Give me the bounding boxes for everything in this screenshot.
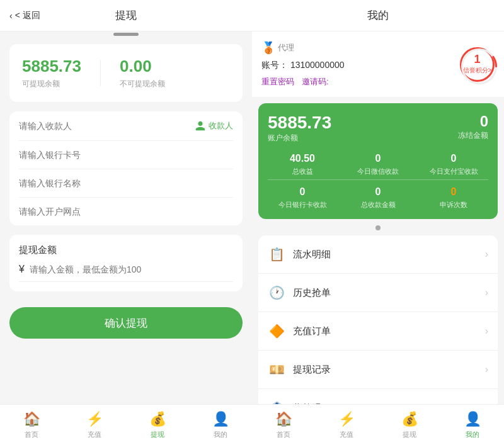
right-panel: 我的 🥉 代理 账号： 13100000000 重置密码 邀请码: xyxy=(252,0,504,445)
balance-card: 5885.73 可提现余额 0.00 不可提现余额 xyxy=(9,44,243,102)
right-nav-withdraw[interactable]: 💰 提现 xyxy=(378,405,441,445)
withdraw-record-arrow-icon: › xyxy=(485,364,488,375)
menu-item-transaction-left: 📋 流水明细 xyxy=(268,245,331,263)
agent-icon: 🥉 xyxy=(261,41,275,55)
menu-item-history[interactable]: 🕐 历史抢单 › xyxy=(258,274,498,312)
bank-card-form-item xyxy=(19,141,233,169)
drag-dot-area xyxy=(252,225,504,230)
menu-item-recharge-order-left: 🔶 充值订单 xyxy=(268,322,331,340)
amount-input-row: ¥ xyxy=(19,264,233,282)
wechat-today-label: 今日微信收款 xyxy=(357,167,399,176)
payee-input[interactable] xyxy=(19,121,195,131)
wechat-today-stat: 0 今日微信收款 xyxy=(343,153,413,176)
confirm-withdraw-button[interactable]: 确认提现 xyxy=(9,307,243,339)
mine-icon: 👤 xyxy=(212,411,229,427)
menu-item-transaction[interactable]: 📋 流水明细 › xyxy=(258,235,498,274)
left-nav-mine[interactable]: 👤 我的 xyxy=(189,405,252,445)
total-collection-label: 总收款金额 xyxy=(361,200,396,210)
left-scroll-content: 5885.73 可提现余额 0.00 不可提现余额 收款人 xyxy=(0,31,252,445)
agent-badge: 🥉 代理 xyxy=(261,41,345,55)
total-collection-stat: 0 总收款金额 xyxy=(343,186,413,210)
invite-code-button[interactable]: 邀请码: xyxy=(302,76,329,87)
available-amount: 5885.73 xyxy=(22,57,81,76)
drag-dot xyxy=(375,225,381,230)
unavailable-amount: 0.00 xyxy=(120,57,152,76)
right-nav-recharge[interactable]: ⚡ 充值 xyxy=(315,405,378,445)
menu-item-withdraw-record[interactable]: 💴 提现记录 › xyxy=(258,351,498,389)
alipay-today-label: 今日支付宝收款 xyxy=(430,167,478,176)
amount-input[interactable] xyxy=(30,264,233,274)
bank-card-input[interactable] xyxy=(19,150,233,160)
back-button[interactable]: ‹ < 返回 xyxy=(9,10,40,21)
balance-amount: 5885.73 xyxy=(268,113,331,133)
bank-today-stat: 0 今日银行卡收款 xyxy=(268,186,337,210)
form-card: 收款人 xyxy=(9,111,243,225)
withdraw-icon: 💰 xyxy=(149,411,166,427)
mine-label: 我的 xyxy=(214,430,227,439)
credit-number: 1 xyxy=(474,54,480,65)
profile-left: 🥉 代理 账号： 13100000000 重置密码 邀请码: xyxy=(261,41,345,87)
balance-label: 账户余额 xyxy=(268,133,331,144)
profile-actions: 重置密码 邀请码: xyxy=(261,76,345,87)
right-home-label: 首页 xyxy=(277,430,290,439)
withdraw-record-icon: 💴 xyxy=(268,361,285,378)
drag-handle xyxy=(113,33,139,36)
disputes-stat: 0 申诉次数 xyxy=(419,186,488,210)
total-profit-label: 总收益 xyxy=(292,167,313,176)
left-nav-withdraw[interactable]: 💰 提现 xyxy=(126,405,189,445)
menu-recharge-order-label: 充值订单 xyxy=(293,325,331,337)
right-withdraw-icon: 💰 xyxy=(401,411,418,427)
menu-transaction-label: 流水明细 xyxy=(293,249,331,261)
available-label: 可提现余额 xyxy=(22,79,60,89)
payee-select-button[interactable]: 收款人 xyxy=(195,120,233,132)
stats-card: 5885.73 账户余额 0 冻结金额 40.50 总收益 0 今日微信收款 xyxy=(258,103,498,219)
right-nav-mine[interactable]: 👤 我的 xyxy=(441,405,504,445)
profile-section: 🥉 代理 账号： 13100000000 重置密码 邀请码: xyxy=(252,31,504,97)
frozen-stat: 0 冻结金额 xyxy=(458,113,488,144)
transaction-detail-icon: 📋 xyxy=(268,245,285,263)
credit-label[interactable]: 信誉积分> xyxy=(463,66,492,75)
menu-history-label: 历史抢单 xyxy=(293,287,331,299)
stats-bottom-row2: 0 今日银行卡收款 0 总收款金额 0 申诉次数 xyxy=(268,179,488,210)
yuan-symbol: ¥ xyxy=(19,264,25,275)
credit-score-area: 1 信誉积分> xyxy=(460,47,495,82)
reset-password-button[interactable]: 重置密码 xyxy=(261,76,294,87)
transaction-arrow-icon: › xyxy=(485,249,488,260)
total-collection-value: 0 xyxy=(375,186,381,198)
right-mine-label: 我的 xyxy=(466,430,479,439)
unavailable-label: 不可提现余额 xyxy=(120,79,165,89)
left-nav-home[interactable]: 🏠 首页 xyxy=(0,405,63,445)
frozen-label: 冻结金额 xyxy=(458,130,488,141)
left-title: 提现 xyxy=(115,8,137,23)
disputes-label: 申诉次数 xyxy=(440,200,467,210)
stats-top: 5885.73 账户余额 0 冻结金额 xyxy=(268,113,488,144)
right-recharge-label: 充值 xyxy=(340,430,353,439)
left-nav-recharge[interactable]: ⚡ 充值 xyxy=(63,405,126,445)
left-bottom-nav: 🏠 首页 ⚡ 充值 💰 提现 👤 我的 xyxy=(0,404,252,445)
recharge-order-icon: 🔶 xyxy=(268,322,285,340)
right-title: 我的 xyxy=(367,8,389,23)
right-withdraw-label: 提现 xyxy=(403,430,416,439)
disputes-value: 0 xyxy=(451,186,457,198)
unavailable-balance-item: 0.00 不可提现余额 xyxy=(120,57,165,89)
right-recharge-icon: ⚡ xyxy=(338,411,355,427)
frozen-amount: 0 xyxy=(480,113,488,130)
menu-withdraw-record-label: 提现记录 xyxy=(293,364,331,376)
payee-form-item: 收款人 xyxy=(19,111,233,141)
balance-stat: 5885.73 账户余额 xyxy=(268,113,331,144)
bank-name-form-item xyxy=(19,169,233,198)
total-profit-value: 40.50 xyxy=(290,153,315,164)
account-number: 账号： 13100000000 xyxy=(261,60,345,71)
alipay-today-value: 0 xyxy=(451,153,457,164)
bank-name-input[interactable] xyxy=(19,178,233,188)
back-label: < 返回 xyxy=(15,10,40,21)
right-bottom-nav: 🏠 首页 ⚡ 充值 💰 提现 👤 我的 xyxy=(252,404,504,445)
recharge-label: 充值 xyxy=(88,430,101,439)
menu-item-recharge-order[interactable]: 🔶 充值订单 › xyxy=(258,312,498,351)
menu-list: 📋 流水明细 › 🕐 历史抢单 › 🔶 充值订单 › xyxy=(258,235,498,427)
right-home-icon: 🏠 xyxy=(275,411,292,427)
agent-label: 代理 xyxy=(278,42,294,54)
back-arrow-icon: ‹ xyxy=(9,11,13,21)
right-nav-home[interactable]: 🏠 首页 xyxy=(252,405,315,445)
branch-input[interactable] xyxy=(19,206,233,217)
